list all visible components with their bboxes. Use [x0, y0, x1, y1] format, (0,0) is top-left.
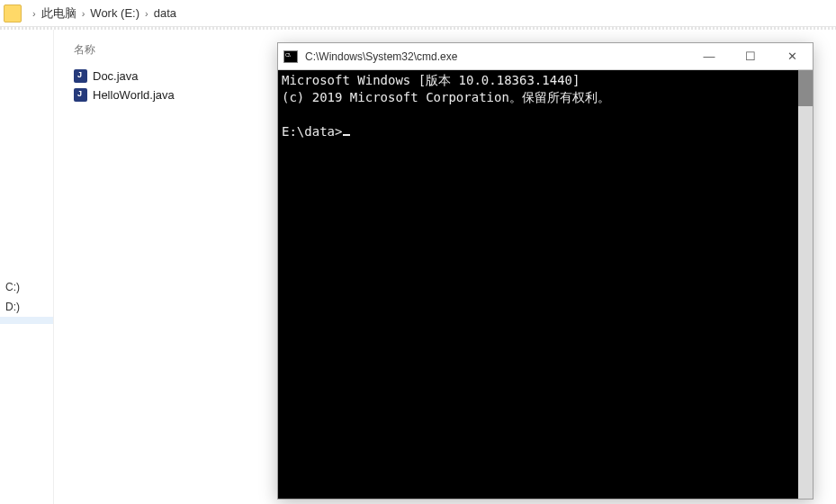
window-controls: — ☐ ✕	[688, 43, 813, 69]
scrollbar-thumb[interactable]	[798, 70, 813, 106]
explorer-address-bar[interactable]: › 此电脑 › Work (E:) › data	[0, 0, 836, 27]
drive-item-d[interactable]: D:)	[0, 297, 53, 317]
cmd-line: Microsoft Windows [版本 10.0.18363.1440]	[282, 73, 580, 87]
cmd-titlebar[interactable]: C:\Windows\System32\cmd.exe — ☐ ✕	[278, 43, 813, 70]
breadcrumb-root[interactable]: 此电脑	[41, 5, 76, 22]
chevron-right-icon: ›	[82, 8, 85, 19]
cmd-prompt: E:\data>	[282, 124, 342, 139]
drive-list: C:) D:)	[0, 277, 53, 324]
cmd-body-wrap: Microsoft Windows [版本 10.0.18363.1440] (…	[278, 70, 813, 499]
explorer-sidebar[interactable]: C:) D:)	[0, 30, 54, 504]
file-name: HelloWorld.java	[93, 88, 175, 102]
chevron-right-icon: ›	[145, 8, 148, 19]
cmd-line: (c) 2019 Microsoft Corporation。保留所有权利。	[282, 90, 610, 104]
file-name: Doc.java	[93, 69, 139, 83]
close-button[interactable]: ✕	[771, 43, 813, 69]
minimize-button[interactable]: —	[688, 43, 730, 69]
java-file-icon	[74, 69, 87, 83]
cmd-title: C:\Windows\System32\cmd.exe	[305, 50, 688, 63]
breadcrumb-folder[interactable]: data	[154, 6, 176, 20]
folder-icon	[4, 4, 22, 22]
cursor-icon	[343, 134, 350, 136]
breadcrumb-drive[interactable]: Work (E:)	[90, 6, 139, 20]
cmd-window[interactable]: C:\Windows\System32\cmd.exe — ☐ ✕ Micros…	[277, 42, 814, 500]
cmd-scrollbar[interactable]	[798, 70, 813, 499]
maximize-button[interactable]: ☐	[730, 43, 771, 69]
drive-item-selected[interactable]	[0, 317, 53, 324]
drive-item-c[interactable]: C:)	[0, 277, 53, 297]
cmd-terminal[interactable]: Microsoft Windows [版本 10.0.18363.1440] (…	[278, 70, 798, 499]
java-file-icon	[74, 88, 87, 102]
chevron-right-icon: ›	[32, 8, 36, 19]
cmd-icon	[283, 50, 298, 63]
